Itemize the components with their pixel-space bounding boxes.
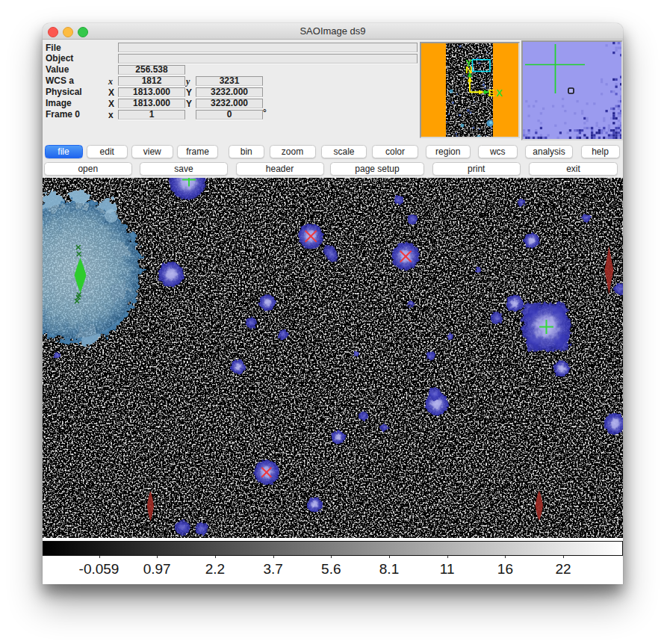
svg-text:N: N: [465, 64, 472, 75]
svg-text:X: X: [496, 87, 503, 99]
svg-text:E: E: [488, 87, 494, 99]
